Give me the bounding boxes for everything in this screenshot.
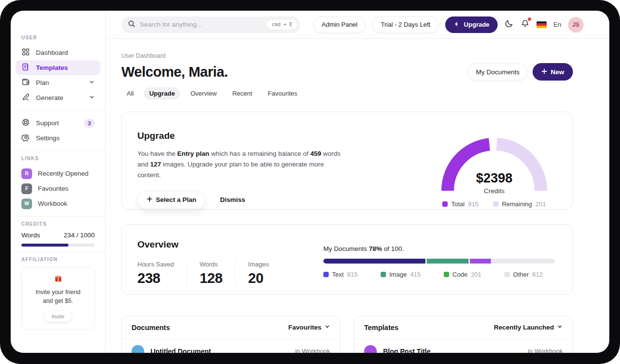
sidebar-divider bbox=[11, 216, 105, 216]
credits-words-row: Words 234 / 1000 bbox=[16, 232, 101, 239]
templates-card: Templates Recently Launched Blog Post Ti… bbox=[354, 316, 573, 353]
credits-progress-track bbox=[21, 244, 95, 247]
affiliation-text: Invite your friend and get $5. bbox=[27, 288, 89, 305]
dashboard-grid-icon bbox=[21, 48, 30, 58]
gauge-value: $2398 bbox=[438, 171, 550, 186]
chevron-down-icon bbox=[89, 94, 95, 101]
template-avatar bbox=[364, 345, 377, 353]
tab-favourites[interactable]: Favourites bbox=[263, 87, 303, 99]
breadcrumb: User Dashboard bbox=[121, 52, 573, 59]
notification-dot bbox=[528, 17, 531, 21]
tab-recent[interactable]: Recent bbox=[227, 87, 257, 99]
chevron-down-icon bbox=[557, 324, 563, 331]
sidebar-item-plan[interactable]: Plan bbox=[16, 75, 101, 90]
sidebar-item-settings[interactable]: Settings bbox=[16, 131, 101, 146]
gauge-legend: Total 915 Remaining 201 bbox=[434, 200, 555, 208]
sidebar-divider bbox=[11, 110, 105, 111]
template-list-item[interactable]: Blog Post Title in Workbook bbox=[354, 339, 572, 353]
template-title: Blog Post Title bbox=[383, 347, 431, 353]
plus-icon bbox=[541, 68, 547, 76]
sidebar-item-label: Plan bbox=[36, 79, 49, 86]
upgrade-card-body: You have the Entry plan which has a rema… bbox=[137, 149, 346, 181]
legend-item-text: Text 915 bbox=[323, 271, 358, 278]
sidebar-item-label: Favourites bbox=[38, 185, 68, 192]
tab-upgrade[interactable]: Upgrade bbox=[144, 87, 180, 99]
new-button[interactable]: New bbox=[533, 63, 573, 81]
credits-gauge: $2398 Credits Total 915 Remaining bbox=[434, 131, 555, 209]
document-location: in Workbook bbox=[295, 347, 330, 353]
legend-item-code: Code 201 bbox=[444, 271, 482, 278]
gift-icon bbox=[54, 276, 63, 284]
affiliation-card: Invite your friend and get $5. Invite bbox=[21, 267, 95, 330]
sidebar-link-favourites[interactable]: F Favourites bbox=[16, 181, 101, 196]
link-initial-badge: R bbox=[21, 168, 32, 179]
support-badge: 3 bbox=[84, 119, 95, 128]
language-code[interactable]: En bbox=[553, 21, 561, 28]
documents-card-title: Documents bbox=[132, 324, 170, 331]
templates-doc-icon bbox=[21, 63, 30, 73]
sidebar-item-label: Templates bbox=[36, 64, 68, 71]
templates-filter-dropdown[interactable]: Recently Launched bbox=[494, 324, 563, 331]
search-icon bbox=[128, 20, 135, 30]
moon-icon bbox=[504, 19, 514, 30]
bar-segment-image bbox=[427, 259, 469, 264]
tabs: All Upgrade Overview Recent Favourites bbox=[121, 87, 573, 99]
credits-words-label: Words bbox=[21, 232, 40, 239]
overview-card-title: Overview bbox=[137, 239, 323, 250]
dark-mode-toggle[interactable] bbox=[504, 19, 514, 30]
credits-words-value: 234 / 1000 bbox=[64, 232, 95, 239]
admin-panel-button[interactable]: Admin Panel bbox=[314, 17, 366, 33]
notifications-button[interactable] bbox=[520, 19, 530, 30]
trial-badge[interactable]: Trial - 2 Days Left bbox=[372, 17, 438, 33]
sidebar-item-templates[interactable]: Templates bbox=[16, 60, 101, 75]
language-flag-germany[interactable] bbox=[536, 21, 547, 28]
documents-progress: My Documents 78% of 100. Text 915 bbox=[323, 239, 555, 294]
legend-swatch bbox=[444, 272, 449, 277]
link-initial-badge: F bbox=[21, 183, 32, 194]
topbar: Search for anything... cmd + E Admin Pan… bbox=[106, 11, 609, 39]
sidebar-item-support[interactable]: Support 3 bbox=[16, 116, 101, 131]
select-plan-button[interactable]: Select a Plan bbox=[137, 191, 205, 209]
legend-swatch bbox=[504, 272, 510, 277]
documents-filter-dropdown[interactable]: Favourites bbox=[288, 324, 330, 331]
dismiss-button[interactable]: Dismiss bbox=[220, 196, 245, 203]
legend-swatch bbox=[493, 201, 499, 207]
progress-caption: My Documents 78% of 100. bbox=[323, 245, 555, 252]
document-list-item[interactable]: Untitled Document in Workbook bbox=[122, 339, 340, 353]
my-documents-button[interactable]: My Documents bbox=[468, 63, 528, 81]
document-avatar bbox=[132, 345, 144, 353]
plus-icon bbox=[147, 196, 152, 203]
sidebar-section-credits: CREDITS bbox=[16, 221, 101, 227]
wallet-icon bbox=[21, 78, 30, 88]
overview-card: Overview Hours Saved 238 Words 128 Image… bbox=[121, 224, 573, 295]
documents-card: Documents Favourites Untitled Document i… bbox=[121, 316, 340, 353]
pencil-icon bbox=[21, 93, 30, 103]
upgrade-card: Upgrade You have the Entry plan which ha… bbox=[121, 112, 573, 210]
app-window: USER Dashboard Templates Plan Generate S… bbox=[11, 11, 609, 353]
legend-item-remaining: Remaining 201 bbox=[493, 200, 546, 208]
upgrade-button[interactable]: Upgrade bbox=[445, 17, 498, 33]
sidebar-item-label: Workbook bbox=[38, 200, 67, 207]
legend-swatch bbox=[323, 272, 329, 277]
legend-item-other: Other 612 bbox=[504, 271, 543, 278]
sidebar-link-recently-opened[interactable]: R Recently Opened bbox=[16, 166, 101, 181]
tab-overview[interactable]: Overview bbox=[185, 87, 222, 99]
sidebar-section-affiliation: AFFILIATION bbox=[16, 257, 101, 262]
sidebar-item-dashboard[interactable]: Dashboard bbox=[16, 45, 101, 60]
sidebar-item-generate[interactable]: Generate bbox=[16, 90, 101, 105]
tab-all[interactable]: All bbox=[121, 87, 139, 99]
topbar-right: Admin Panel Trial - 2 Days Left Upgrade … bbox=[314, 17, 584, 33]
sidebar-divider bbox=[11, 251, 105, 252]
sidebar-section-user: USER bbox=[16, 35, 101, 40]
sidebar-item-label: Settings bbox=[36, 134, 60, 142]
sidebar-divider bbox=[11, 150, 105, 151]
search-input[interactable]: Search for anything... cmd + E bbox=[121, 17, 300, 33]
overview-stats: Hours Saved 238 Words 128 Images 20 bbox=[137, 261, 323, 286]
stacked-bar-chart bbox=[323, 259, 555, 264]
legend-swatch bbox=[381, 272, 386, 277]
user-avatar[interactable]: JS bbox=[568, 17, 584, 33]
legend-item-image: Image 415 bbox=[381, 271, 421, 278]
sidebar-link-workbook[interactable]: W Workbook bbox=[16, 196, 101, 211]
upgrade-card-title: Upgrade bbox=[137, 131, 356, 141]
invite-button[interactable]: Invite bbox=[45, 311, 71, 322]
